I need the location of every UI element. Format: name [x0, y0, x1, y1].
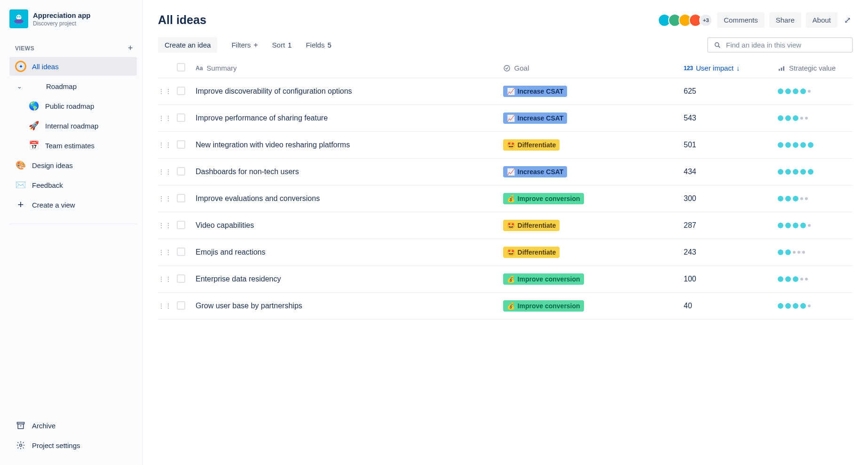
cell-summary[interactable]: Improve evaluations and conversions — [196, 194, 503, 203]
share-button[interactable]: Share — [769, 12, 801, 28]
cell-summary[interactable]: Dashboards for non-tech users — [196, 168, 503, 176]
chevron-icon — [29, 80, 40, 92]
cell-strategic-value[interactable] — [778, 223, 853, 228]
sidebar-item-team-estimates[interactable]: 📅Team estimates — [9, 136, 137, 155]
cell-strategic-value[interactable] — [778, 196, 853, 201]
cell-strategic-value[interactable] — [778, 115, 853, 121]
table-row[interactable]: ⋮⋮Emojis and reactions🤩Differentiate243 — [158, 239, 853, 266]
cell-goal[interactable]: 💰Improve conversion — [503, 273, 684, 285]
ideas-table: Aa Summary Goal 123 User impact ↓ Strate… — [158, 58, 853, 320]
sidebar-item-public-roadmap[interactable]: 🌎Public roadmap — [9, 96, 137, 115]
cell-goal[interactable]: 📈Increase CSAT — [503, 86, 684, 97]
cell-strategic-value[interactable] — [778, 249, 853, 255]
row-checkbox[interactable] — [177, 301, 185, 310]
row-checkbox[interactable] — [177, 167, 185, 176]
cell-summary[interactable]: New integration with video resharing pla… — [196, 141, 503, 149]
sidebar-item-roadmap[interactable]: ⌄Roadmap — [9, 77, 137, 96]
sidebar-item-feedback[interactable]: ✉️Feedback — [9, 176, 137, 194]
drag-handle-icon[interactable]: ⋮⋮ — [158, 302, 172, 310]
drag-handle-icon[interactable]: ⋮⋮ — [158, 222, 172, 229]
expand-icon[interactable]: ⤢ — [842, 13, 853, 27]
comments-button[interactable]: Comments — [717, 12, 765, 28]
goal-badge: 💰Improve conversion — [503, 193, 584, 204]
row-checkbox[interactable] — [177, 194, 185, 202]
cell-goal[interactable]: 🤩Differentiate — [503, 220, 684, 231]
column-summary[interactable]: Aa Summary — [196, 64, 503, 72]
drag-handle-icon[interactable]: ⋮⋮ — [158, 195, 172, 202]
cell-summary[interactable]: Grow user base by partnerships — [196, 302, 503, 310]
search-input[interactable] — [726, 41, 846, 49]
row-checkbox[interactable] — [177, 248, 185, 256]
cell-user-impact[interactable]: 501 — [684, 141, 778, 149]
fields-button[interactable]: Fields 5 — [306, 41, 331, 49]
cell-user-impact[interactable]: 287 — [684, 221, 778, 230]
cell-user-impact[interactable]: 40 — [684, 302, 778, 310]
cell-summary[interactable]: Improve performance of sharing feature — [196, 114, 503, 122]
table-row[interactable]: ⋮⋮Improve discoverability of configurati… — [158, 78, 853, 105]
sidebar-item-project-settings[interactable]: Project settings — [9, 436, 137, 455]
cell-goal[interactable]: 💰Improve conversion — [503, 193, 684, 204]
cell-strategic-value[interactable] — [778, 88, 853, 94]
drag-handle-icon[interactable]: ⋮⋮ — [158, 114, 172, 122]
create-idea-button[interactable]: Create an idea — [158, 37, 217, 53]
table-row[interactable]: ⋮⋮Enterprise data residency💰Improve conv… — [158, 266, 853, 293]
table-row[interactable]: ⋮⋮Video capabilities🤩Differentiate287 — [158, 212, 853, 239]
drag-handle-icon[interactable]: ⋮⋮ — [158, 249, 172, 256]
cell-user-impact[interactable]: 100 — [684, 275, 778, 283]
select-all-checkbox[interactable] — [177, 63, 185, 72]
cell-summary[interactable]: Emojis and reactions — [196, 248, 503, 257]
search-box[interactable] — [707, 37, 853, 53]
cell-user-impact[interactable]: 625 — [684, 87, 778, 96]
cell-summary[interactable]: Improve discoverability of configuration… — [196, 87, 503, 96]
cell-goal[interactable]: 🤩Differentiate — [503, 247, 684, 258]
drag-handle-icon[interactable]: ⋮⋮ — [158, 168, 172, 176]
cell-goal[interactable]: 🤩Differentiate — [503, 139, 684, 151]
about-button[interactable]: About — [806, 12, 837, 28]
cell-strategic-value[interactable] — [778, 169, 853, 175]
row-checkbox[interactable] — [177, 113, 185, 122]
collaborator-avatars[interactable]: +3 — [661, 14, 712, 27]
table-row[interactable]: ⋮⋮Improve evaluations and conversions💰Im… — [158, 185, 853, 212]
cell-user-impact[interactable]: 300 — [684, 194, 778, 203]
sidebar-item-design-ideas[interactable]: 🎨Design ideas — [9, 156, 137, 175]
cell-summary[interactable]: Video capabilities — [196, 221, 503, 230]
table-row[interactable]: ⋮⋮New integration with video resharing p… — [158, 132, 853, 159]
drag-handle-icon[interactable]: ⋮⋮ — [158, 141, 172, 149]
table-row[interactable]: ⋮⋮Grow user base by partnerships💰Improve… — [158, 293, 853, 320]
sidebar-item-all-ideas[interactable]: ✦All ideas — [9, 57, 137, 76]
goal-badge: 💰Improve conversion — [503, 273, 584, 285]
row-checkbox[interactable] — [177, 87, 185, 95]
add-view-icon[interactable]: + — [128, 43, 133, 53]
avatar-more[interactable]: +3 — [699, 14, 712, 27]
filters-button[interactable]: Filters + — [231, 41, 258, 49]
table-row[interactable]: ⋮⋮Dashboards for non-tech users📈Increase… — [158, 159, 853, 185]
cell-user-impact[interactable]: 434 — [684, 168, 778, 176]
cell-goal[interactable]: 📈Increase CSAT — [503, 112, 684, 124]
cell-user-impact[interactable]: 543 — [684, 114, 778, 122]
column-goal[interactable]: Goal — [503, 64, 684, 72]
gear-icon — [15, 440, 26, 451]
sidebar: Appreciation app Discovery project VIEWS… — [0, 0, 143, 465]
sidebar-item-internal-roadmap[interactable]: 🚀Internal roadmap — [9, 116, 137, 135]
column-user-impact[interactable]: 123 User impact ↓ — [684, 64, 778, 72]
cell-strategic-value[interactable] — [778, 303, 853, 309]
cell-user-impact[interactable]: 243 — [684, 248, 778, 257]
row-checkbox[interactable] — [177, 221, 185, 229]
row-checkbox[interactable] — [177, 140, 185, 149]
cell-strategic-value[interactable] — [778, 142, 853, 148]
goal-emoji-icon: 🤩 — [507, 141, 515, 149]
sort-button[interactable]: Sort 1 — [272, 41, 292, 49]
table-row[interactable]: ⋮⋮Improve performance of sharing feature… — [158, 105, 853, 132]
row-checkbox[interactable] — [177, 274, 185, 283]
cell-goal[interactable]: 📈Increase CSAT — [503, 166, 684, 177]
cell-summary[interactable]: Enterprise data residency — [196, 275, 503, 283]
sidebar-item-create-a-view[interactable]: +Create a view — [9, 195, 137, 214]
column-strategic-value[interactable]: Strategic value — [778, 64, 853, 72]
project-header[interactable]: Appreciation app Discovery project — [9, 9, 137, 28]
cell-strategic-value[interactable] — [778, 276, 853, 282]
sidebar-item-archive[interactable]: Archive — [9, 416, 137, 435]
cell-goal[interactable]: 💰Improve conversion — [503, 300, 684, 312]
drag-handle-icon[interactable]: ⋮⋮ — [158, 275, 172, 283]
sort-descending-icon: ↓ — [736, 64, 740, 72]
drag-handle-icon[interactable]: ⋮⋮ — [158, 88, 172, 95]
